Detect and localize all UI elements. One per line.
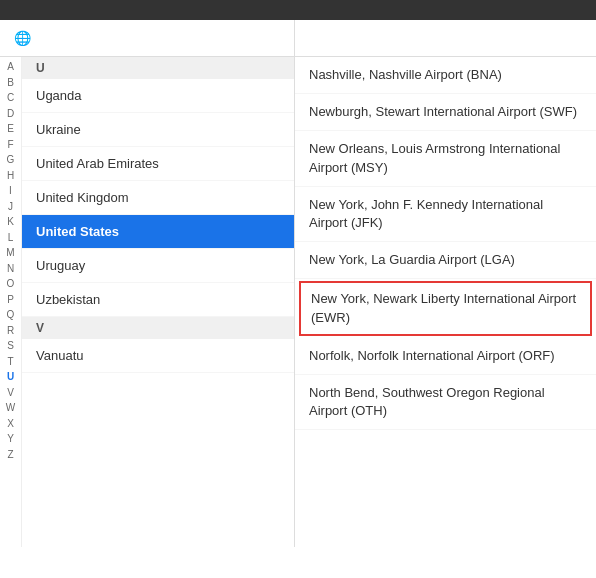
col-header-left: 🌐: [0, 20, 295, 56]
alphabet-letter-r[interactable]: R: [5, 323, 16, 339]
airport-item-oth[interactable]: North Bend, Southwest Oregon Regional Ai…: [295, 375, 596, 430]
country-item-uk[interactable]: United Kingdom: [22, 181, 294, 215]
alphabet-letter-l[interactable]: L: [6, 230, 16, 246]
col-header-right: [295, 20, 596, 56]
header-bar: [0, 0, 596, 20]
alphabet-letter-e[interactable]: E: [5, 121, 16, 137]
alphabet-letter-y[interactable]: Y: [5, 431, 16, 447]
country-item-vanuatu[interactable]: Vanuatu: [22, 339, 294, 373]
main-content: ABCDEFGHIJKLMNOPQRSTUVWXYZ UUgandaUkrain…: [0, 57, 596, 547]
globe-icon: 🌐: [14, 30, 31, 46]
alphabet-letter-i[interactable]: I: [7, 183, 14, 199]
alphabet-letter-p[interactable]: P: [5, 292, 16, 308]
alphabet-letter-n[interactable]: N: [5, 261, 16, 277]
alphabet-letter-v[interactable]: V: [5, 385, 16, 401]
alphabet-letter-j[interactable]: J: [6, 199, 15, 215]
airport-item-orf[interactable]: Norfolk, Norfolk International Airport (…: [295, 338, 596, 375]
airport-item-msy[interactable]: New Orleans, Louis Armstrong Internation…: [295, 131, 596, 186]
country-item-us[interactable]: United States: [22, 215, 294, 249]
alphabet-letter-z[interactable]: Z: [5, 447, 15, 463]
airports-list: Nashville, Nashville Airport (BNA)Newbur…: [295, 57, 596, 547]
alphabet-letter-g[interactable]: G: [5, 152, 17, 168]
country-item-uae[interactable]: United Arab Emirates: [22, 147, 294, 181]
alphabet-letter-o[interactable]: O: [5, 276, 17, 292]
columns-header: 🌐: [0, 20, 596, 57]
alphabet-letter-s[interactable]: S: [5, 338, 16, 354]
alphabet-letter-b[interactable]: B: [5, 75, 16, 91]
alphabet-letter-c[interactable]: C: [5, 90, 16, 106]
country-item-ukraine[interactable]: Ukraine: [22, 113, 294, 147]
country-item-uganda[interactable]: Uganda: [22, 79, 294, 113]
alphabet-letter-a[interactable]: A: [5, 59, 16, 75]
countries-list: UUgandaUkraineUnited Arab EmiratesUnited…: [22, 57, 295, 547]
alphabet-letter-f[interactable]: F: [5, 137, 15, 153]
airport-item-bna[interactable]: Nashville, Nashville Airport (BNA): [295, 57, 596, 94]
airport-item-lga[interactable]: New York, La Guardia Airport (LGA): [295, 242, 596, 279]
section-header-section-v: V: [22, 317, 294, 339]
country-item-uzbekistan[interactable]: Uzbekistan: [22, 283, 294, 317]
section-header-section-u: U: [22, 57, 294, 79]
alphabet-letter-x[interactable]: X: [5, 416, 16, 432]
alphabet-letter-t[interactable]: T: [5, 354, 15, 370]
alphabet-letter-d[interactable]: D: [5, 106, 16, 122]
alphabet-letter-w[interactable]: W: [4, 400, 17, 416]
country-item-uruguay[interactable]: Uruguay: [22, 249, 294, 283]
airport-item-ewr[interactable]: New York, Newark Liberty International A…: [299, 281, 592, 335]
airport-item-jfk[interactable]: New York, John F. Kennedy International …: [295, 187, 596, 242]
alphabet-letter-k[interactable]: K: [5, 214, 16, 230]
alphabet-letter-q[interactable]: Q: [5, 307, 17, 323]
alphabet-sidebar: ABCDEFGHIJKLMNOPQRSTUVWXYZ: [0, 57, 22, 547]
alphabet-letter-u[interactable]: U: [5, 369, 16, 385]
alphabet-letter-m[interactable]: M: [4, 245, 16, 261]
alphabet-letter-h[interactable]: H: [5, 168, 16, 184]
airport-item-swf[interactable]: Newburgh, Stewart International Airport …: [295, 94, 596, 131]
